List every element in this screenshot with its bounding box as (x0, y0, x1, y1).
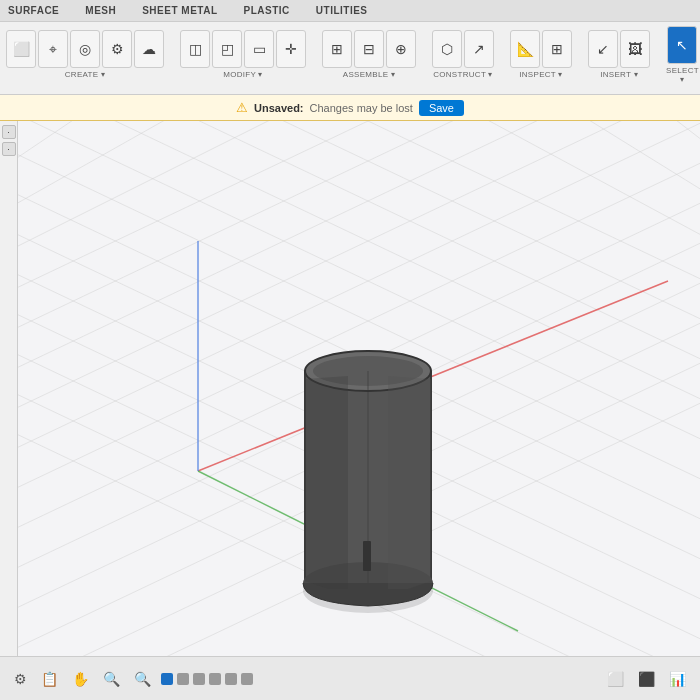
save-button[interactable]: Save (419, 100, 464, 116)
sidebar-button-1[interactable]: · (2, 125, 16, 139)
settings-btn[interactable]: ⚙ (10, 669, 31, 689)
modify-group: ◫ ◰ ▭ ✛ MODIFY ▾ (180, 30, 306, 79)
tab-sheet-metal[interactable]: SHEET METAL (138, 3, 221, 18)
modify-buttons: ◫ ◰ ▭ ✛ (180, 30, 306, 68)
create-group: ⬜ ⌖ ◎ ⚙ ☁ CREATE ▾ (6, 30, 164, 79)
interference-btn[interactable]: ⊞ (542, 30, 572, 68)
assemble-buttons: ⊞ ⊟ ⊕ (322, 30, 416, 68)
new-component2-btn[interactable]: ⊞ (322, 30, 352, 68)
shell-btn[interactable]: ▭ (244, 30, 274, 68)
nav-item-1 (161, 673, 173, 685)
assemble-group: ⊞ ⊟ ⊕ ASSEMBLE ▾ (322, 30, 416, 79)
inspect-label: INSPECT ▾ (519, 70, 562, 79)
create-sketch-btn[interactable]: ⌖ (38, 30, 68, 68)
sidebar-button-2[interactable]: · (2, 142, 16, 156)
stats-btn[interactable]: 📊 (665, 669, 690, 689)
svg-line-30 (18, 121, 518, 231)
svg-rect-41 (363, 541, 371, 571)
insert-label: INSERT ▾ (600, 70, 638, 79)
construct-label: CONSTRUCT ▾ (433, 70, 493, 79)
svg-line-28 (18, 121, 700, 311)
changes-label: Changes may be lost (310, 102, 413, 114)
svg-line-16 (418, 121, 700, 191)
svg-line-14 (118, 121, 700, 271)
zoom-btn[interactable]: 🔍 (130, 669, 155, 689)
cloud-btn[interactable]: ☁ (134, 30, 164, 68)
unsaved-label: Unsaved: (254, 102, 304, 114)
tab-mesh[interactable]: MESH (81, 3, 120, 18)
midplane-btn[interactable]: ⬡ (432, 30, 462, 68)
zoom-fit-btn[interactable]: 🔍 (99, 669, 124, 689)
svg-line-13 (18, 121, 700, 311)
select-buttons: ↖ (667, 26, 697, 64)
inspect-group: 📐 ⊞ INSPECT ▾ (510, 30, 572, 79)
nav-item-3 (193, 673, 205, 685)
warning-icon: ⚠ (236, 100, 248, 115)
nav-item-5 (225, 673, 237, 685)
select-group: ↖ SELECT ▾ (666, 26, 699, 84)
tab-utilities[interactable]: UTILITIES (312, 3, 372, 18)
left-sidebar: · · (0, 121, 18, 676)
tab-row: SURFACE MESH SHEET METAL PLASTIC UTILITI… (0, 0, 700, 22)
grid-svg (18, 121, 700, 656)
inspect-buttons: 📐 ⊞ (510, 30, 572, 68)
clipboard-btn[interactable]: 📋 (37, 669, 62, 689)
tab-surface[interactable]: SURFACE (4, 3, 63, 18)
svg-line-32 (198, 281, 668, 471)
bottom-bar: ⚙ 📋 ✋ 🔍 🔍 ⬜ ⬛ 📊 (0, 656, 700, 700)
insert-group: ↙ 🖼 INSERT ▾ (588, 30, 650, 79)
wireframe-btn[interactable]: ⬛ (634, 669, 659, 689)
joint-btn[interactable]: ⊟ (354, 30, 384, 68)
unsaved-bar: ⚠ Unsaved: Changes may be lost Save (0, 95, 700, 121)
create-buttons: ⬜ ⌖ ◎ ⚙ ☁ (6, 30, 164, 68)
fillet-btn[interactable]: ◰ (212, 30, 242, 68)
create-form-btn[interactable]: ◎ (70, 30, 100, 68)
svg-line-31 (18, 121, 368, 191)
select-btn[interactable]: ↖ (667, 26, 697, 64)
construct-buttons: ⬡ ↗ (432, 30, 494, 68)
canvas-btn[interactable]: 🖼 (620, 30, 650, 68)
assemble-label: ASSEMBLE ▾ (343, 70, 395, 79)
nav-item-6 (241, 673, 253, 685)
tab-plastic[interactable]: PLASTIC (240, 3, 294, 18)
nav-item-2 (177, 673, 189, 685)
insert-btn[interactable]: ↙ (588, 30, 618, 68)
offset-plane-btn[interactable]: ↗ (464, 30, 494, 68)
tool-row: ⬜ ⌖ ◎ ⚙ ☁ CREATE ▾ (0, 22, 700, 87)
measure-btn[interactable]: 📐 (510, 30, 540, 68)
select-label: SELECT ▾ (666, 66, 699, 84)
nav-item-4 (209, 673, 221, 685)
construct-group: ⬡ ↗ CONSTRUCT ▾ (432, 30, 494, 79)
preferences-btn[interactable]: ⚙ (102, 30, 132, 68)
display-btn[interactable]: ⬜ (603, 669, 628, 689)
nav-bar (161, 673, 597, 685)
toolbar: SURFACE MESH SHEET METAL PLASTIC UTILITI… (0, 0, 700, 95)
svg-line-29 (18, 121, 668, 271)
new-component-btn[interactable]: ⬜ (6, 30, 36, 68)
pan-btn[interactable]: ✋ (68, 669, 93, 689)
insert-buttons: ↙ 🖼 (588, 30, 650, 68)
modify-label: MODIFY ▾ (223, 70, 263, 79)
move-copy-btn[interactable]: ✛ (276, 30, 306, 68)
viewport[interactable] (18, 121, 700, 656)
create-label: CREATE ▾ (65, 70, 105, 79)
push-pull-btn[interactable]: ◫ (180, 30, 210, 68)
asbuilt-joint-btn[interactable]: ⊕ (386, 30, 416, 68)
